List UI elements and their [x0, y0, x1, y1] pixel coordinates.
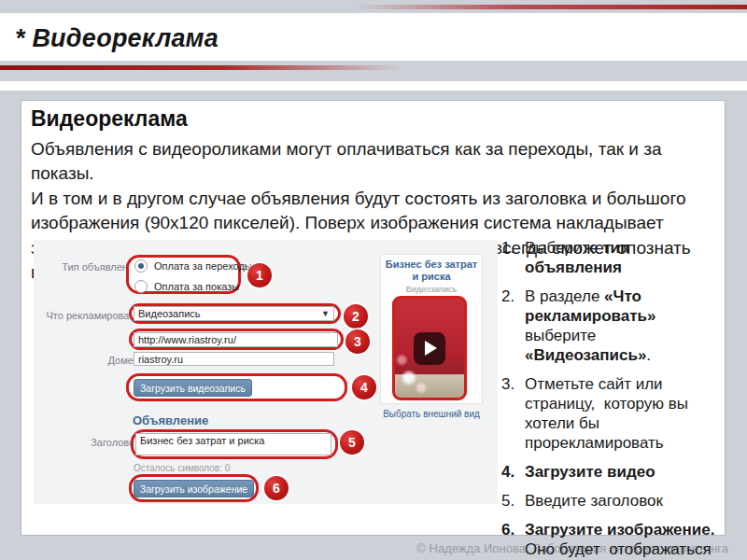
upload-image-button[interactable]: Загрузить изображение	[134, 480, 254, 497]
slide-title: * Видеореклама	[15, 24, 218, 53]
step-item: 2.В разделе «Чторекламировать»выберите«В…	[501, 287, 735, 365]
thin-white-band	[0, 81, 747, 91]
title-input[interactable]: Бизнес без затрат и риска	[135, 433, 331, 455]
step-line: «Видеозапись».	[525, 345, 735, 365]
preview-title-link[interactable]: Бизнес без затрат и риска	[381, 259, 482, 283]
domain-input[interactable]: riastroy.ru	[134, 352, 334, 366]
step-number: 3.	[501, 374, 525, 453]
chars-left-note: Осталось символов: 0	[134, 463, 230, 473]
title-label: Заголовок:	[34, 437, 142, 448]
preview-title-line1: Бизнес без затрат	[381, 259, 482, 271]
step-number: 2.	[501, 287, 525, 365]
step-badge-1: 1	[247, 263, 272, 287]
advertise-label: Что рекламировать:	[34, 310, 142, 321]
steps-list: 1.Выберите типобъявления2.В разделе «Что…	[501, 238, 735, 560]
radio-label: Оплата за показы	[154, 281, 239, 292]
paragraph-line: показы.	[31, 161, 691, 186]
radio-selected-icon[interactable]	[134, 259, 148, 273]
paragraph-line: И в том и в другом случае объявления буд…	[31, 187, 691, 211]
step-item: 6.Загрузите изображение.Оно будет отобра…	[501, 520, 735, 559]
step-line: Отметьте сайт или	[525, 374, 735, 394]
step-line: рекламировать»	[525, 306, 735, 326]
url-input[interactable]: http://www.riastroy.ru/	[134, 332, 338, 347]
step-badge-4: 4	[352, 375, 376, 399]
step-badge-5: 5	[340, 430, 364, 455]
step-line: Введите заголовок	[525, 491, 735, 511]
ad-preview-card: Бизнес без затрат и риска Видеозапись	[380, 254, 483, 404]
slide: * Видеореклама Видеореклама Объявления с…	[0, 0, 747, 560]
preview-title-line2: и риска	[381, 271, 482, 283]
ad-form-screenshot: Тип объявления: Оплата за переходы Оплат…	[34, 240, 498, 504]
step-badge-3: 3	[345, 329, 370, 354]
step-line: объявления	[525, 258, 735, 277]
choose-appearance-link[interactable]: Выбрать внешний вид	[380, 409, 483, 419]
advertise-select-value: Видеозапись	[138, 308, 201, 319]
radio-unselected-icon[interactable]	[134, 280, 148, 293]
top-accent-line	[355, 5, 747, 9]
domain-label: Домен:	[34, 355, 142, 366]
step-number: 1.	[501, 238, 525, 277]
step-line: Загрузите изображение.	[525, 520, 735, 539]
paragraph-line: Объявления с видеороликами могут оплачив…	[31, 137, 691, 161]
preview-subtitle: Видеозапись	[381, 285, 482, 294]
step-item: 5.Введите заголовок	[501, 491, 735, 511]
step-line: Выберите тип	[525, 238, 735, 258]
upload-video-button[interactable]: Загрузить видеозапись	[134, 379, 252, 397]
step-line: прорекламировать	[525, 433, 735, 453]
content-heading: Видеореклама	[31, 106, 188, 132]
bottom-accent-line	[0, 65, 402, 70]
chevron-down-icon: ▼	[321, 309, 330, 318]
radio-pay-per-view[interactable]: Оплата за показы	[134, 280, 239, 293]
step-badge-6: 6	[264, 476, 289, 500]
step-line: выберите	[525, 326, 735, 345]
step-number: 5.	[501, 491, 525, 511]
step-line: хотели бы	[525, 413, 735, 433]
step-item: 3.Отметьте сайт илистраницу, которую вых…	[501, 374, 735, 453]
advertise-select[interactable]: Видеозапись ▼	[134, 306, 334, 321]
video-thumbnail[interactable]	[392, 296, 467, 400]
play-icon[interactable]	[414, 332, 445, 365]
step-badge-2: 2	[344, 304, 368, 329]
paragraph-line: изображения (90х120 пикселей). Поверх из…	[31, 211, 691, 235]
radio-pay-per-click[interactable]: Оплата за переходы	[134, 259, 252, 273]
step-line: страницу, которую вы	[525, 394, 735, 413]
step-item: 4.Загрузите видео	[501, 462, 735, 482]
step-item: 1.Выберите типобъявления	[501, 238, 735, 277]
ad-section-header: Объявление	[133, 413, 208, 427]
step-number: 4.	[501, 462, 525, 482]
step-line: В разделе «Что	[525, 287, 735, 306]
step-line: Оно будет отображаться	[525, 539, 735, 559]
step-number: 6.	[501, 520, 525, 559]
step-line: Загрузите видео	[525, 462, 735, 482]
radio-label: Оплата за переходы	[154, 260, 252, 272]
